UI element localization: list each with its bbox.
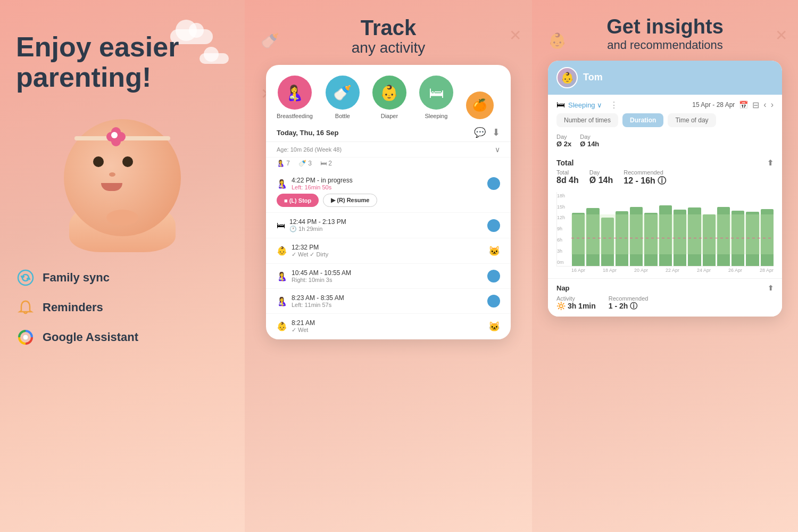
chart-y-labels: 18h 15h 12h 9h 6h 3h 0m [557,192,565,266]
entry-4: 🤱 10:45 AM - 10:55 AM Right: 10min 3s [266,264,511,289]
tracker-card: 🤱 Breastfeeding 🍼 Bottle 👶 Diaper 🛏 Slee… [266,65,511,339]
age-text: Age: 10m 26d (Week 48) [277,146,342,153]
chevron-down-icon[interactable]: ∨ [495,145,500,154]
entry-3-time: 12:32 PM [292,244,328,251]
entry-3-avatar-placeholder: 🐱 [488,245,500,257]
sleeping-tab[interactable]: Sleeping ∨ [568,101,602,109]
bell-icon [16,298,35,317]
nap-share-icon[interactable]: ⬆ [768,284,774,292]
bg-icon-bottle: 🍼 [261,32,279,49]
user-name: Tom [583,72,603,83]
prev-icon[interactable]: ‹ [763,100,766,110]
svg-point-0 [18,270,33,285]
nap-activity-value: 🔆 3h 1min [556,302,596,310]
nap-recommended-label: Recommended [609,295,649,302]
diaper-label: Diaper [381,113,398,119]
feature-family-sync: Family sync [16,268,138,287]
entry-6-icon: 👶 [277,321,287,331]
nap-recommended: Recommended 1 - 2h ⓘ [609,295,649,311]
entry-5-avatar [487,295,500,307]
nap-title: Nap ⬆ [556,284,774,292]
entry-6: 👶 8:21 AM ✓ Wet 🐱 [266,314,511,339]
entry-4-time: 10:45 AM - 10:55 AM [292,269,351,277]
stat-total: Total 8d 4h [556,169,579,187]
entry-5-icon: 🤱 [277,296,287,306]
sync-icon [16,268,35,287]
sleep-count: 🛏 2 [320,160,332,167]
svg-point-2 [23,335,28,340]
activity-breastfeeding[interactable]: 🤱 Breastfeeding [277,76,313,119]
breast-count: 🤱 7 [277,160,290,167]
download-icon[interactable]: ⬇ [492,127,500,138]
feature-label-sync: Family sync [43,271,110,285]
more-tab-icon[interactable]: ⋮ [610,100,618,110]
breastfeeding-label: Breastfeeding [277,113,313,119]
panel2-title: Track [361,16,417,39]
tracker-icons: 💬 ⬇ [474,127,500,138]
activity-sleeping[interactable]: 🛏 Sleeping [419,76,453,119]
feature-label-reminders: Reminders [43,301,103,314]
nap-activity-label: Activity [556,295,596,302]
chart-title: Total [556,159,573,167]
activity-bottle[interactable]: 🍼 Bottle [326,76,360,119]
feature-reminders: Reminders [16,298,138,317]
panel-1: Enjoy easier parenting! Family sync [0,0,245,532]
tracker-date: Today, Thu, 16 Sep [277,129,339,137]
filter-icons: ⊟ ‹ › [752,100,774,110]
stat-recommended: Recommended 12 - 16h ⓘ [624,169,666,187]
entry-2-time: 12:44 PM - 2:13 PM [289,218,346,226]
entry-2: 🛏 12:44 PM - 2:13 PM 🕐 1h 29min [266,213,511,238]
entry-1-detail: Left: 16min 50s [292,184,353,190]
chart-x-labels: 16 Apr 18 Apr 20 Apr 22 Apr 24 Apr 26 Ap… [556,267,774,273]
tab-duration[interactable]: Duration [622,113,663,127]
chart-section: Total ⬆ Total 8d 4h Day Ø 14h Recommende… [548,152,782,278]
entry-6-avatar-placeholder: 🐱 [488,321,500,332]
entry-2-avatar [487,219,500,232]
metric-tabs: Number of times Duration Time of day [548,113,782,131]
entry-1-buttons: ■ (L) Stop ▶ (R) Resume [277,194,500,207]
entry-5-time: 8:23 AM - 8:35 AM [292,294,344,302]
activity-diaper[interactable]: 👶 Diaper [372,76,406,119]
features-list: Family sync Reminders Google Assistant [16,268,138,358]
nap-recommended-value: 1 - 2h ⓘ [609,302,649,311]
entry-6-time: 8:21 AM [292,319,315,327]
chart-stats: Total 8d 4h Day Ø 14h Recommended 12 - 1… [556,169,774,187]
filter-icon[interactable]: ⊟ [752,100,759,110]
tab-number-of-times[interactable]: Number of times [556,113,618,127]
bg-icon-baby-p3: 👶 [548,32,567,49]
nap-activity: Activity 🔆 3h 1min [556,295,596,311]
date-range: 15 Apr - 28 Apr [692,101,735,109]
age-row: Age: 10m 26d (Week 48) ∨ [266,142,511,157]
entry-4-avatar [487,270,500,282]
green-zone [571,214,774,254]
entry-4-detail: Right: 10min 3s [292,277,351,283]
sleeping-tab-icon: 🛏 [556,100,565,110]
resume-button[interactable]: ▶ (R) Resume [323,194,377,207]
google-icon [16,328,35,347]
sleeping-circle: 🛏 [419,76,453,110]
bar-chart-container: 18h 15h 12h 9h 6h 3h 0m [556,192,774,272]
tab-time-of-day[interactable]: Time of day [668,113,716,127]
next-icon[interactable]: › [771,100,774,110]
stop-button[interactable]: ■ (L) Stop [277,194,319,207]
entry-1-time: 4:22 PM - in progress [292,177,353,184]
nap-section: Nap ⬆ Activity 🔆 3h 1min Recommended 1 -… [548,278,782,317]
entry-3-detail: ✓ Wet ✓ Dirty [292,251,328,258]
panel3-subtitle: and recommendations [607,38,723,52]
entry-2-icon: 🛏 [277,221,285,230]
activity-icons-row: 🤱 Breastfeeding 🍼 Bottle 👶 Diaper 🛏 Slee… [266,65,511,119]
entry-4-icon: 🤱 [277,271,287,281]
breastfeeding-circle: 🤱 [278,76,312,110]
entry-5: 🤱 8:23 AM - 8:35 AM Left: 11min 57s [266,289,511,314]
activity-more[interactable]: 🍊 [466,92,494,119]
more-circle: 🍊 [466,92,494,119]
panel2-subtitle: any activity [352,39,426,56]
entry-3-icon: 👶 [277,246,287,256]
calendar-icon[interactable]: 📅 [739,101,748,109]
insights-header: 👶 Tom [548,61,782,95]
dashed-line [571,238,774,238]
entry-2-detail: 🕐 1h 29min [289,226,346,232]
share-icon[interactable]: ⬆ [767,159,774,167]
message-icon[interactable]: 💬 [474,127,486,138]
feature-google-assistant: Google Assistant [16,328,138,347]
